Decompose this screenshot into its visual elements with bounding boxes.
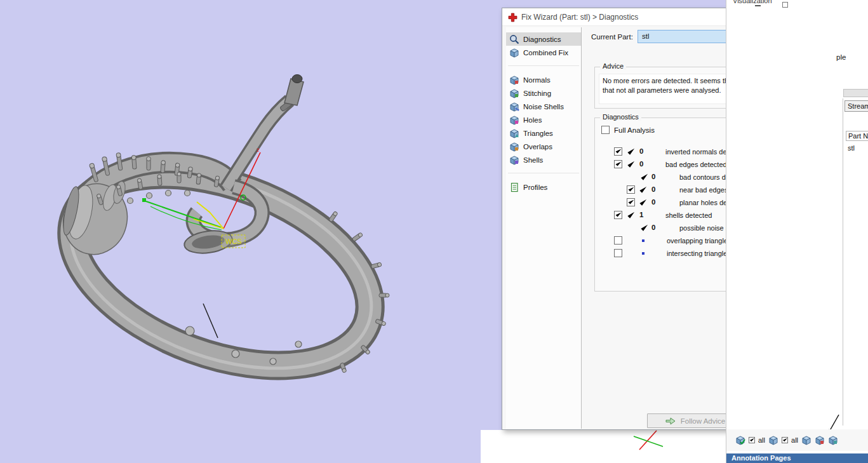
part-tool-icon[interactable] — [801, 435, 811, 445]
part-visibility-icon[interactable] — [735, 435, 745, 445]
sidebar-separator — [508, 65, 579, 66]
row-count: 0 — [651, 185, 655, 193]
application-window: z WCS Fix Wizard — [0, 0, 868, 463]
diagnostics-icon — [509, 34, 519, 44]
green-check-icon — [638, 198, 648, 207]
combined-fix-icon — [509, 48, 519, 58]
fix-wizard-cross-icon — [508, 13, 517, 22]
sidebar-item-overlaps[interactable]: Overlaps — [506, 140, 581, 153]
green-check-icon — [626, 147, 636, 156]
sidebar-item-label: Combined Fix — [523, 49, 568, 57]
sidebar-item-label: Overlaps — [523, 143, 552, 151]
parts-toolbar: all all — [726, 429, 868, 451]
sidebar-item-label: Normals — [523, 76, 551, 84]
sidebar-item-normals[interactable]: Normals — [506, 73, 581, 86]
green-check-icon — [626, 210, 636, 220]
row-count: 0 — [651, 198, 655, 206]
row-count: 1 — [639, 211, 643, 218]
row-checkbox[interactable] — [627, 198, 635, 206]
panel-minimize-icon[interactable] — [755, 5, 761, 6]
shells-icon — [509, 155, 519, 165]
all-label-1: all — [758, 436, 765, 444]
current-part-value: stl — [642, 32, 650, 40]
noise-shells-icon — [509, 102, 519, 112]
sidebar-item-profiles[interactable]: Profiles — [506, 180, 581, 194]
triangles-icon — [509, 128, 519, 138]
sidebar-item-diagnostics[interactable]: Diagnostics — [506, 32, 581, 46]
saxophone-model — [44, 75, 399, 406]
part-highlight-icon[interactable] — [815, 435, 825, 445]
full-analysis-label: Full Analysis — [614, 126, 655, 134]
sidebar-item-label: Stitching — [523, 90, 551, 97]
fix-wizard-sidebar: Diagnostics Combined Fix Normals Stitchi… — [506, 27, 582, 429]
green-check-icon — [638, 185, 648, 194]
stitching-icon — [509, 88, 519, 98]
advice-group-label: Advice — [600, 62, 626, 70]
row-count: 0 — [639, 160, 643, 168]
secondary-viewport-strip — [481, 430, 726, 463]
full-analysis-checkbox[interactable] — [601, 126, 610, 134]
current-part-label: Current Part: — [591, 33, 633, 41]
green-check-icon — [626, 159, 636, 169]
svg-text:WCS: WCS — [225, 238, 242, 245]
part-name-cell: stl — [848, 144, 855, 152]
follow-advice-label: Follow Advice — [681, 417, 725, 425]
row-checkbox[interactable] — [614, 236, 622, 245]
row-checkbox[interactable] — [614, 249, 622, 257]
row-count: 0 — [651, 224, 655, 231]
sidebar-item-label: Profiles — [523, 184, 547, 191]
pending-dot-icon — [642, 239, 644, 242]
sidebar-item-stitching[interactable]: Stitching — [506, 86, 581, 100]
visualization-panel-title: Visualization — [733, 0, 772, 7]
pending-dot-icon — [642, 252, 644, 255]
sidebar-item-holes[interactable]: Holes — [506, 113, 581, 126]
dialog-title: Fix Wizard (Part: stl) > Diagnostics — [521, 13, 638, 22]
sidebar-item-combined-fix[interactable]: Combined Fix — [506, 46, 581, 59]
wcs-label: WCS — [222, 235, 245, 248]
part-select-icon[interactable] — [768, 435, 778, 445]
sidebar-item-label: Diagnostics — [523, 36, 561, 43]
right-app-panel: Visualization ple Streami Part Na stl al… — [726, 0, 868, 463]
sidebar-item-label: Shells — [523, 156, 543, 164]
row-checkbox[interactable] — [614, 211, 622, 219]
streaming-tab[interactable]: Streami — [845, 100, 868, 112]
z-axis-label: z — [257, 147, 260, 153]
panel-maximize-icon[interactable] — [782, 2, 788, 8]
green-check-icon — [639, 172, 649, 182]
diagnostics-group-label: Diagnostics — [600, 113, 641, 121]
row-label: shells detected — [665, 211, 712, 219]
sidebar-item-triangles[interactable]: Triangles — [506, 126, 581, 140]
toolbar-checkbox-2[interactable] — [782, 437, 788, 443]
normals-icon — [509, 75, 519, 85]
sidebar-item-label: Noise Shells — [523, 103, 564, 111]
scrollbar-fragment[interactable] — [843, 89, 868, 97]
row-checkbox[interactable] — [614, 160, 622, 168]
green-arrow-icon — [665, 416, 676, 426]
row-checkbox[interactable] — [614, 147, 622, 156]
sidebar-item-label: Triangles — [523, 130, 553, 137]
row-count: 0 — [651, 173, 655, 180]
clipped-text-ple: ple — [836, 53, 846, 61]
row-count: 0 — [639, 147, 643, 155]
sidebar-item-shells[interactable]: Shells — [506, 153, 581, 166]
panel-edge-divider — [843, 98, 843, 426]
green-check-icon — [639, 223, 649, 232]
annotation-pages-header[interactable]: Annotation Pages — [726, 453, 868, 463]
sidebar-item-noise-shells[interactable]: Noise Shells — [506, 100, 581, 113]
orientation-axes-icon — [481, 430, 726, 463]
holes-icon — [509, 115, 519, 125]
all-label-2: all — [791, 436, 798, 444]
part-name-column-header[interactable]: Part Na — [846, 131, 868, 141]
part-group-icon[interactable] — [828, 435, 838, 445]
sidebar-separator — [508, 173, 579, 173]
row-checkbox[interactable] — [627, 185, 635, 194]
profiles-icon — [509, 182, 519, 192]
toolbar-checkbox-1[interactable] — [749, 437, 755, 443]
overlaps-icon — [509, 142, 519, 152]
sidebar-item-label: Holes — [523, 116, 542, 124]
row-label: bad edges detected — [665, 161, 727, 168]
